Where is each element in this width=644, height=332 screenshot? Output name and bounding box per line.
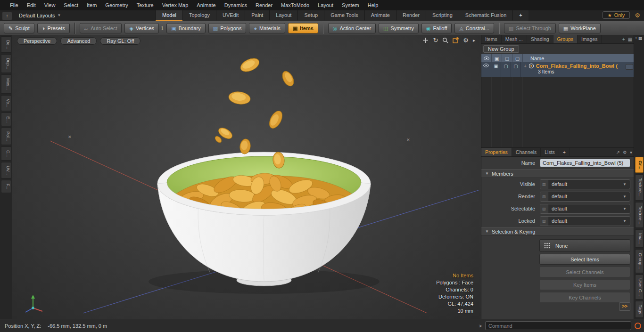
tab-groups[interactable]: Groups xyxy=(553,35,578,43)
render-dropdown[interactable]: ▧ default ▼ xyxy=(540,192,630,202)
left-strip-tab[interactable]: E... xyxy=(1,113,11,127)
item-eye-icon[interactable] xyxy=(481,62,491,77)
right-strip-tab-texture2[interactable]: Texture... xyxy=(635,202,644,228)
item-render-icon[interactable]: ▣ xyxy=(491,62,501,77)
select-items-button[interactable]: Select Items xyxy=(539,254,630,265)
constraints-button[interactable]: ◬Constrai... xyxy=(454,23,494,33)
selection-keying-section-header[interactable]: ▼ Selection & Keying xyxy=(481,227,634,236)
menu-help[interactable]: Help xyxy=(363,0,383,10)
tab-items[interactable]: Items xyxy=(481,35,502,43)
menu-system[interactable]: System xyxy=(338,0,363,10)
menu-file[interactable]: File xyxy=(6,0,23,10)
auto-select-button[interactable]: ▱Auto Select xyxy=(80,23,122,33)
left-strip-tab[interactable]: Pol... xyxy=(1,128,11,145)
menu-animate[interactable]: Animate xyxy=(192,0,220,10)
menu-maxtomodo[interactable]: MaxToModo xyxy=(277,0,314,10)
tab-schematic-fusion[interactable]: Schematic Fusion xyxy=(459,10,512,21)
viewport-gear-icon[interactable]: ⚙ xyxy=(463,37,469,44)
only-toggle-button[interactable]: ★ Only xyxy=(603,11,630,19)
perspective-selector[interactable]: Perspective xyxy=(17,37,57,45)
render-column-cube-icon[interactable]: ▣ xyxy=(492,54,502,63)
popout-icon[interactable]: ↗ xyxy=(616,150,620,155)
menu-layout[interactable]: Layout xyxy=(314,0,338,10)
item-checkbox[interactable]: ▢ xyxy=(501,62,511,77)
right-strip-tab-groups[interactable]: Gr... xyxy=(635,157,644,173)
tab-paint[interactable]: Paint xyxy=(245,10,269,21)
tab-scripting[interactable]: Scripting xyxy=(426,10,459,21)
menu-item[interactable]: Item xyxy=(83,0,101,10)
left-strip-tab[interactable]: Mes... xyxy=(1,74,11,94)
select-channels-button[interactable]: Select Channels xyxy=(539,267,630,277)
item-more-button[interactable]: ... xyxy=(626,64,633,70)
add-panel-tab-button[interactable]: + xyxy=(559,148,570,156)
sculpt-button[interactable]: ✎Sculpt xyxy=(4,23,34,33)
new-group-button[interactable]: New Group xyxy=(483,45,519,53)
symmetry-button[interactable]: ◫Symmetry xyxy=(379,23,419,33)
rotate-view-icon[interactable]: ↻ xyxy=(433,37,438,44)
tab-topology[interactable]: Topology xyxy=(182,10,216,21)
visible-dropdown[interactable]: ▧ default ▼ xyxy=(540,179,630,189)
panel-grid-icon[interactable]: ▦ xyxy=(628,37,632,42)
polygons-mode-button[interactable]: ▧Polygons xyxy=(208,23,247,33)
tab-setup[interactable]: Setup xyxy=(297,10,324,21)
menu-select[interactable]: Select xyxy=(59,0,83,10)
action-center-button[interactable]: ◎Action Center xyxy=(328,23,376,33)
viewport-flyout-icon[interactable]: ▸ xyxy=(473,38,475,43)
right-strip-tab-group[interactable]: Group... xyxy=(635,249,644,273)
expand-panel-button[interactable]: >> xyxy=(619,302,630,311)
vertices-mode-button[interactable]: ◈Vertices xyxy=(124,23,159,33)
members-section-header[interactable]: ▼ Members xyxy=(481,169,634,178)
pan-icon[interactable] xyxy=(422,37,429,43)
tab-properties[interactable]: Properties xyxy=(481,148,512,156)
group-list-item[interactable]: ▣ ▢ ▢ + Corn_Flakes_Falling_into_Bowl ( … xyxy=(481,62,634,77)
layout-selector[interactable]: Default Layouts ▼ xyxy=(15,10,65,21)
tab-images[interactable]: Images xyxy=(578,35,602,43)
gear-icon[interactable]: ⚙ xyxy=(635,12,640,19)
tab-lists[interactable]: Lists xyxy=(541,148,559,156)
select-through-button[interactable]: ▥Select Through xyxy=(504,23,556,33)
tab-mesh[interactable]: Mesh ... xyxy=(502,35,527,43)
tab-game-tools[interactable]: Game Tools xyxy=(324,10,364,21)
group-name-input[interactable] xyxy=(540,159,630,167)
falloff-button[interactable]: ◉Falloff xyxy=(421,23,452,33)
zoom-icon[interactable] xyxy=(442,37,448,43)
collapse-up-icon[interactable]: ↑ xyxy=(2,12,12,20)
items-mode-button[interactable]: ▣Items xyxy=(288,23,318,33)
menu-geometry[interactable]: Geometry xyxy=(101,0,132,10)
presets-button[interactable]: ◑Presets xyxy=(37,23,70,33)
menu-view[interactable]: View xyxy=(40,0,60,10)
menu-texture[interactable]: Texture xyxy=(132,0,158,10)
left-strip-tab[interactable]: UV... xyxy=(1,162,11,178)
right-strip-tab-texture[interactable]: Texture... xyxy=(635,174,644,200)
right-strip-tab-user[interactable]: User C... xyxy=(635,275,644,300)
left-strip-tab[interactable]: Ve... xyxy=(1,95,11,111)
tab-uvedit[interactable]: UVEdit xyxy=(216,10,245,21)
add-layout-tab-button[interactable]: + xyxy=(512,10,528,21)
item-checkbox[interactable]: ▢ xyxy=(511,62,521,77)
locked-dropdown[interactable]: ▧ default ▼ xyxy=(540,216,630,226)
left-strip-tab[interactable]: F... xyxy=(1,180,11,193)
command-input[interactable] xyxy=(485,321,631,330)
right-strip-tab-tags[interactable]: Tags xyxy=(635,301,644,318)
record-ring-icon[interactable] xyxy=(635,323,641,329)
tab-animate[interactable]: Animate xyxy=(364,10,396,21)
add-panel-tab-icon[interactable]: + xyxy=(622,37,625,42)
key-items-button[interactable]: Key Items xyxy=(539,279,630,290)
right-strip-icons[interactable]: +▦ xyxy=(634,35,644,42)
lock-column-icon[interactable]: ▢ xyxy=(502,54,512,63)
boundary-mode-button[interactable]: ▣Boundary xyxy=(166,23,206,33)
menu-edit[interactable]: Edit xyxy=(23,0,40,10)
panel-gear-icon[interactable]: ⚙ xyxy=(623,150,627,155)
tab-shading[interactable]: Shading xyxy=(527,35,553,43)
visibility-column-eye-icon[interactable] xyxy=(481,54,492,63)
raygl-toggle[interactable]: Ray GL: Off xyxy=(100,37,140,45)
shading-mode-selector[interactable]: Advanced xyxy=(60,37,97,45)
tab-layout[interactable]: Layout xyxy=(269,10,297,21)
tab-model[interactable]: Model xyxy=(156,10,182,21)
right-strip-tab-images[interactable]: Ima... xyxy=(635,229,644,248)
select-column-icon[interactable]: ▢ xyxy=(512,54,523,63)
left-strip-tab[interactable]: Dup... xyxy=(1,54,11,73)
expand-plus-icon[interactable]: + xyxy=(524,64,527,69)
key-channels-button[interactable]: Key Channels xyxy=(539,292,630,303)
left-strip-tab[interactable]: De... xyxy=(1,36,11,53)
